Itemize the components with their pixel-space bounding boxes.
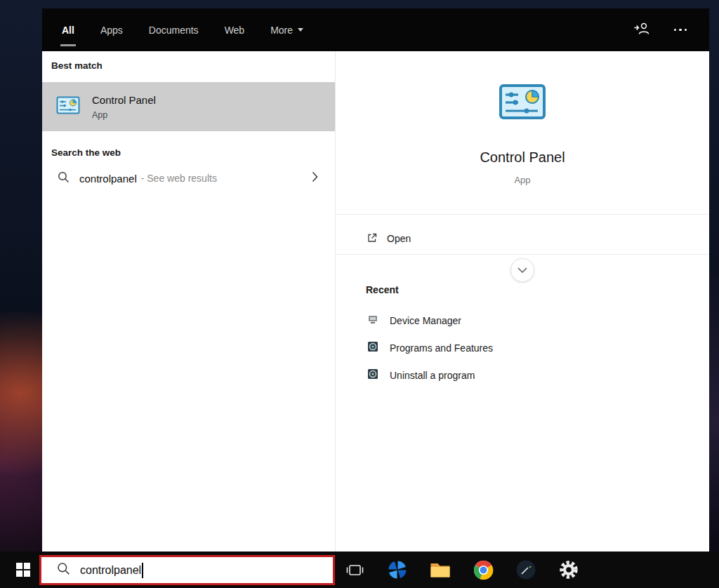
results-panel: Best match: [42, 51, 335, 552]
chrome-icon[interactable]: [473, 559, 494, 580]
chevron-down-icon: [298, 28, 303, 32]
device-manager-icon: [367, 314, 378, 327]
tabbar-actions: [633, 22, 710, 38]
start-button[interactable]: [7, 552, 39, 588]
tab-apps-label: Apps: [100, 25, 123, 36]
text-cursor: [142, 563, 143, 578]
recent-list: Device Manager Programs and Features: [336, 307, 709, 389]
divider: [336, 254, 709, 255]
tab-documents[interactable]: Documents: [149, 25, 199, 36]
control-panel-icon: [56, 96, 80, 117]
expand-more-button[interactable]: [510, 258, 534, 282]
taskbar: controlpanel: [0, 552, 719, 588]
search-icon: [58, 171, 70, 186]
divider: [336, 214, 709, 215]
tab-web-label: Web: [225, 25, 245, 36]
search-icon: [57, 562, 70, 578]
search-the-web-header: Search the web: [51, 147, 121, 158]
open-label: Open: [387, 233, 411, 244]
web-query-text: controlpanel: [79, 173, 137, 185]
recent-header: Recent: [366, 284, 399, 295]
recent-item-label: Uninstall a program: [390, 370, 475, 381]
search-flyout-window: All Apps Documents Web More: [42, 8, 709, 552]
tab-documents-label: Documents: [149, 25, 199, 36]
uninstall-program-icon: [367, 368, 378, 382]
pinwheel-app-icon[interactable]: [387, 559, 408, 580]
recent-item-uninstall-a-program[interactable]: Uninstall a program: [336, 361, 709, 389]
tab-all[interactable]: All: [62, 25, 74, 36]
best-match-text: Control Panel App: [92, 94, 156, 120]
tab-web[interactable]: Web: [225, 25, 245, 36]
tab-more[interactable]: More: [270, 25, 303, 36]
programs-features-icon: [367, 341, 378, 354]
search-results-area: Best match: [42, 51, 709, 552]
more-options-icon[interactable]: [674, 29, 687, 32]
recent-item-programs-and-features[interactable]: Programs and Features: [336, 334, 709, 361]
windows-logo-icon: [16, 563, 30, 577]
search-filter-tabbar: All Apps Documents Web More: [42, 8, 709, 51]
taskbar-search-box[interactable]: controlpanel: [39, 555, 335, 585]
web-search-result[interactable]: controlpanel - See web results: [42, 165, 335, 192]
chevron-right-icon[interactable]: [312, 171, 318, 185]
preview-type: App: [336, 175, 709, 185]
best-match-header: Best match: [51, 60, 103, 71]
task-view-button[interactable]: [344, 559, 365, 580]
account-icon[interactable]: [633, 22, 650, 38]
pen-app-icon[interactable]: [515, 559, 536, 580]
tab-more-label: More: [270, 25, 293, 36]
recent-item-device-manager[interactable]: Device Manager: [336, 307, 709, 334]
control-panel-icon-large: [499, 83, 546, 123]
open-icon: [367, 232, 378, 246]
best-match-control-panel[interactable]: Control Panel App: [42, 82, 335, 131]
preview-title: Control Panel: [336, 149, 709, 166]
tab-all-label: All: [62, 25, 74, 36]
taskbar-pinned-icons: [344, 552, 579, 588]
best-match-title: Control Panel: [92, 94, 156, 106]
web-hint-text: - See web results: [141, 173, 217, 184]
file-explorer-icon[interactable]: [430, 559, 451, 580]
settings-gear-icon[interactable]: [558, 559, 579, 580]
recent-item-label: Device Manager: [390, 315, 461, 326]
open-action[interactable]: Open: [367, 226, 411, 251]
preview-panel: Control Panel App Open: [335, 51, 709, 552]
taskbar-search-value: controlpanel: [80, 564, 141, 577]
recent-item-label: Programs and Features: [390, 342, 493, 354]
best-match-type: App: [92, 110, 156, 120]
desktop: All Apps Documents Web More: [0, 0, 719, 588]
tab-apps[interactable]: Apps: [100, 25, 123, 36]
